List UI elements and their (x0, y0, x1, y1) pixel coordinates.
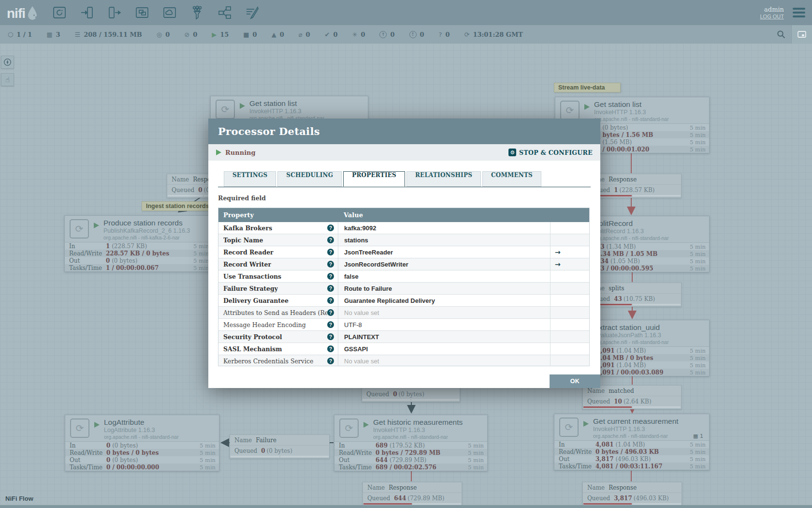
account-name: admin (764, 6, 784, 13)
remote-process-group-component-icon[interactable] (162, 5, 177, 20)
processor-get-current-measurement[interactable]: ⟳ Get current measurement InvokeHTTP 1.1… (554, 414, 710, 470)
status-queue-value: 208 / 159.11 MB (84, 31, 142, 38)
properties-table-header: Property Value (218, 208, 589, 222)
input-port-component-icon[interactable] (79, 5, 95, 20)
help-icon[interactable]: ? (327, 321, 334, 328)
connection-label-response-bottom-right[interactable]: NameResponse Queued3,817(496.03 KB) (582, 482, 682, 506)
stat-row-in: In 4,081 (1.04 MB) 5 min (554, 441, 709, 448)
processor-name: SplitRecord (594, 216, 709, 228)
help-icon[interactable]: ? (327, 297, 334, 304)
stop-and-configure-button[interactable]: ⚙ STOP & CONFIGURE (508, 149, 593, 156)
processor-type: EvaluateJsonPath 1.16.3 (594, 332, 709, 339)
processor-bundle: org.apache.nifi - nifi-standard-nar (594, 235, 709, 241)
running-icon (240, 103, 245, 109)
sync-failure-icon: ? (439, 31, 442, 38)
property-row: Record Writer ? JsonRecordSetWriter → (218, 258, 589, 270)
status-running: ▶15 (212, 31, 229, 38)
processor-name: Get station list (249, 96, 368, 108)
processor-produce-station-records[interactable]: ⟳ Produce station records PublishKafkaRe… (64, 215, 213, 272)
help-icon[interactable]: ? (327, 237, 334, 243)
property-value[interactable]: Guarantee Replicated Delivery (338, 295, 550, 306)
status-disabled: ⌀0 (299, 31, 310, 38)
canvas-label-ingest-station-records[interactable]: Ingest station records (142, 201, 214, 211)
template-component-icon[interactable] (217, 5, 232, 20)
funnel-component-icon[interactable] (189, 5, 205, 20)
property-name: Security Protocol (223, 333, 282, 341)
property-name: Use Transactions (223, 273, 281, 280)
nifi-droplet-icon (27, 6, 38, 21)
canvas-label-stream-live-data[interactable]: Stream live-data (554, 83, 621, 92)
dialog-header: Processor Details (208, 119, 600, 144)
property-value[interactable]: GSSAPI (338, 343, 550, 355)
help-icon[interactable]: ? (327, 224, 334, 231)
property-value[interactable]: UTF-8 (338, 319, 550, 330)
property-value[interactable]: No value set (338, 355, 550, 366)
property-value[interactable]: No value set (338, 307, 550, 318)
process-group-component-icon[interactable] (134, 5, 150, 20)
help-icon[interactable]: ? (327, 333, 334, 340)
property-value[interactable]: stations (338, 234, 550, 246)
connection-queued-row: Queued10(2.64 KB) (583, 396, 681, 406)
birdseye-toggle-icon[interactable] (791, 25, 812, 44)
status-bar: ⬡1 / 1▦3☰208 / 159.11 MB◎0⊘0▶15■0▲0⌀0✔0✳… (0, 25, 812, 44)
tab-comments[interactable]: COMMENTS (482, 171, 541, 187)
property-value[interactable]: kafka:9092 (338, 222, 550, 234)
processor-name: Produce station records (103, 216, 213, 227)
help-icon[interactable]: ? (327, 249, 334, 255)
connection-queued-row: Queued0(0 bytes) (362, 389, 460, 399)
processor-stats: In 0 (0 bytes) 5 min Read/Write 0 bytes … (65, 441, 219, 471)
queue-icon: ☰ (75, 31, 81, 38)
connection-name-row: NameResponse (363, 482, 462, 493)
stat-row-read-write: Read/Write 228.57 KB / 0 bytes 5 min (65, 250, 213, 257)
tab-properties[interactable]: PROPERTIES (343, 171, 405, 187)
hand-icon: ☝ (5, 75, 10, 84)
search-icon[interactable] (771, 30, 791, 39)
processor-name: Get station list (594, 97, 709, 109)
property-row: Record Reader ? JsonTreeReader → (218, 246, 589, 258)
status-locally-modified: ✳0 (352, 31, 365, 38)
cluster-icon: ⬡ (8, 31, 13, 38)
status-locally-modified-stale-value: 0 (420, 31, 424, 38)
output-port-component-icon[interactable] (107, 5, 122, 20)
processor-stamp-icon: ⟳ (70, 219, 89, 239)
global-menu-icon[interactable] (793, 8, 805, 17)
help-icon[interactable]: ? (327, 273, 334, 280)
label-component-icon[interactable] (245, 5, 260, 20)
running-icon (94, 223, 99, 228)
operate-palette-button[interactable]: ☝ (1, 73, 14, 86)
stat-row-tasks-time: Tasks/Time 4,081 / 00:03:11.167 5 min (554, 463, 709, 470)
help-icon[interactable]: ? (327, 309, 334, 316)
refresh-icon: ⟳ (464, 31, 470, 38)
go-to-service-icon[interactable]: → (555, 260, 561, 268)
processor-type: InvokeHTTP 1.16.3 (594, 109, 709, 116)
property-value[interactable]: false (338, 270, 550, 282)
processor-stamp-icon: ⟳ (559, 418, 579, 437)
property-value[interactable]: Route to Failure (338, 283, 550, 294)
breadcrumb[interactable]: NiFi Flow (5, 495, 33, 502)
help-icon[interactable]: ? (327, 345, 334, 352)
tab-settings[interactable]: SETTINGS (224, 171, 276, 187)
connection-label-matched[interactable]: Namematched Queued10(2.64 KB) (582, 385, 682, 409)
navigate-palette-button[interactable] (1, 56, 14, 69)
column-property: Property (218, 211, 338, 219)
processor-get-historic-measurements[interactable]: ⟳ Get historic measurements InvokeHTTP 1… (334, 415, 488, 471)
property-name: Topic Name (223, 237, 263, 244)
go-to-service-icon[interactable]: → (555, 248, 561, 256)
property-value[interactable]: JsonTreeReader (338, 246, 550, 258)
ok-button[interactable]: OK (550, 374, 600, 388)
tab-relationships[interactable]: RELATIONSHIPS (406, 171, 481, 187)
connection-label-response-bottom-center[interactable]: NameResponse Queued644(729.89 MB) (362, 482, 462, 506)
help-icon[interactable]: ? (327, 261, 334, 268)
running-icon (583, 421, 589, 427)
processor-log-attribute[interactable]: ⟳ LogAttribute LogAttribute 1.16.3 org.a… (65, 415, 219, 471)
status-disabled-value: 0 (306, 31, 310, 38)
property-value[interactable]: JsonRecordSetWriter (338, 258, 550, 270)
logout-link[interactable]: LOG OUT (760, 14, 784, 19)
help-icon[interactable]: ? (327, 358, 334, 364)
help-icon[interactable]: ? (327, 285, 334, 292)
connection-label-failure[interactable]: NameFailure Queued0(0 bytes) (230, 434, 330, 459)
property-value[interactable]: PLAINTEXT (338, 331, 550, 343)
tab-scheduling[interactable]: SCHEDULING (277, 171, 342, 187)
processor-bundle: org.apache.nifi - nifi-standard-nar (594, 339, 709, 345)
processor-component-icon[interactable] (52, 5, 67, 20)
